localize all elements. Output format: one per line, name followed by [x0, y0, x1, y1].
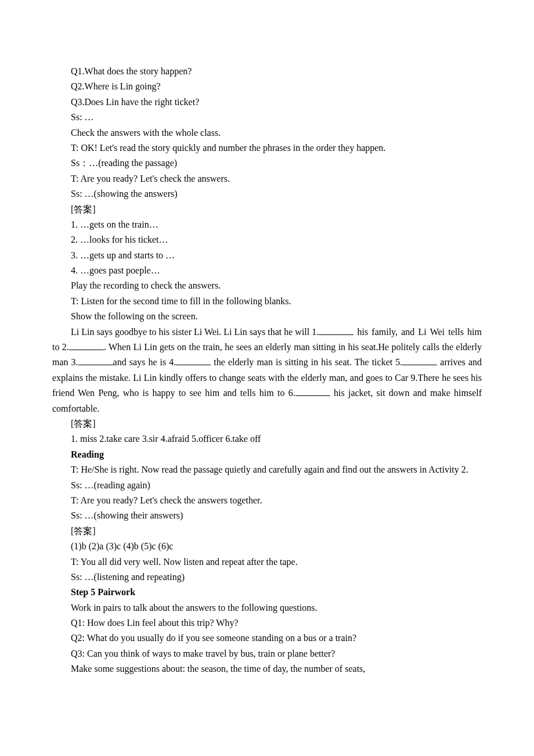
pair-q1: Q1: How does Lin feel about this trip? W… [52, 615, 482, 631]
answer-label-2: [答案] [52, 416, 482, 431]
teacher-line-1: T: OK! Let's read the story quickly and … [52, 141, 482, 156]
cloze-seg-1e: the elderly man is sitting in his seat. … [211, 357, 402, 367]
teacher-line-2: T: Are you ready? Let's check the answer… [52, 171, 482, 186]
blank-3 [78, 355, 113, 365]
suggestion-line: Make some suggestions about: the season,… [52, 661, 482, 676]
teacher-line-3: T: Listen for the second time to fill in… [52, 294, 482, 309]
student-response-3: Ss: …(showing the answers) [52, 186, 482, 201]
pair-q3: Q3: Can you think of ways to make travel… [52, 646, 482, 661]
answer-3: 3. …gets up and starts to … [52, 248, 482, 263]
answer-label-3: [答案] [52, 524, 482, 539]
answer-1: 1. …gets on the train… [52, 217, 482, 232]
teacher-line-4-text: T: He/She is right. Now read the passage… [52, 462, 468, 477]
instruction-play: Play the recording to check the answers. [52, 278, 482, 293]
blank-2 [69, 340, 104, 350]
question-1: Q1.What does the story happen? [52, 64, 482, 79]
answer-4: 4. …goes past poeple… [52, 263, 482, 278]
blank-5 [402, 355, 437, 365]
pair-q2: Q2: What do you usually do if you see so… [52, 631, 482, 646]
blank-6 [295, 386, 330, 396]
instruction-check: Check the answers with the whole class. [52, 125, 482, 141]
student-response-5: Ss: …(showing their answers) [52, 508, 482, 523]
answer-2: 2. …looks for his ticket… [52, 232, 482, 247]
teacher-line-1-text: T: OK! Let's read the story quickly and … [52, 141, 385, 156]
student-response-1: Ss: … [52, 110, 482, 125]
reading-heading: Reading [52, 447, 482, 462]
student-response-2: Ss：…(reading the passage) [52, 156, 482, 171]
blank-4 [176, 355, 211, 365]
answer-label-1: [答案] [52, 202, 482, 217]
instruction-show: Show the following on the screen. [52, 309, 482, 324]
answer-list-2: 1. miss 2.take care 3.sir 4.afraid 5.off… [52, 431, 482, 447]
teacher-line-6: T: You all did very well. Now listen and… [52, 555, 482, 570]
teacher-line-5: T: Are you ready? Let's check the answer… [52, 493, 482, 508]
cloze-seg-1d: and says he is 4. [113, 357, 176, 367]
cloze-seg-1a: Li Lin says goodbye to his sister Li Wei… [52, 325, 319, 340]
student-response-6: Ss: …(listening and repeating) [52, 570, 482, 585]
question-3: Q3.Does Lin have the right ticket? [52, 95, 482, 110]
student-response-4: Ss: …(reading again) [52, 478, 482, 493]
answer-list-3: (1)b (2)a (3)c (4)b (5)c (6)c [52, 539, 482, 554]
document-page: Q1.What does the story happen? Q2.Where … [0, 0, 534, 741]
question-2: Q2.Where is Lin going? [52, 79, 482, 94]
cloze-paragraph: Li Lin says goodbye to his sister Li Wei… [52, 325, 482, 416]
blank-1 [319, 325, 353, 335]
pairwork-instruction: Work in pairs to talk about the answers … [52, 600, 482, 615]
step-5-heading: Step 5 Pairwork [52, 585, 482, 600]
teacher-line-4: T: He/She is right. Now read the passage… [52, 462, 482, 477]
